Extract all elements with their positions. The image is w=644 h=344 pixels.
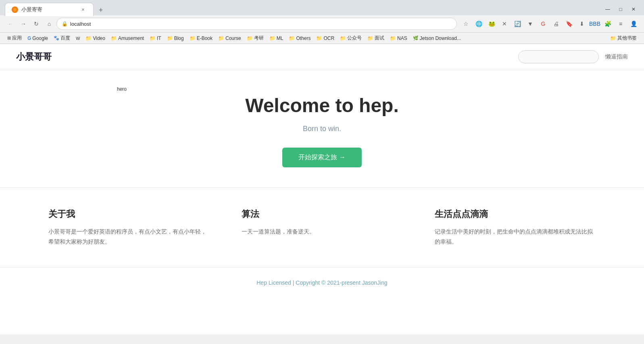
folder-icon-ml: 📁 [269,35,275,41]
browser-icon-10[interactable]: BBB [589,18,600,29]
feature-desc-about: 小景哥哥是一个爱好英语的程序员，有点小文艺，有点小年轻，希望和大家称为好朋友。 [48,227,209,247]
browser-icon-6[interactable]: G [538,18,549,29]
bookmark-wechat-label: 公众号 [347,35,362,42]
bookmark-video[interactable]: 📁 Video [83,35,107,42]
browser-icon-9[interactable]: ⬇ [576,18,588,29]
bookmark-blog-label: Blog [174,35,184,41]
title-bar-left: 小景寄寄 × + [5,3,106,16]
bookmark-kaoyan[interactable]: 📁 考研 [244,34,266,42]
bookmark-ml-label: ML [277,35,283,41]
browser-chrome: 小景寄寄 × + — □ ✕ ← → [0,0,644,44]
footer-text: Hep Licensed | Copyright © 2021-present … [256,279,387,286]
browser-icon-2[interactable]: 🐸 [486,18,497,29]
folder-icon-kaoyan: 📁 [247,35,253,41]
browser-icon-4[interactable]: 🔄 [512,18,523,29]
window-controls: — □ ✕ [602,5,639,13]
browser-icon-12[interactable]: ≡ [615,18,626,29]
feature-title-algorithm: 算法 [242,208,402,220]
reload-button[interactable]: ↻ [31,18,42,29]
bookmark-others[interactable]: 📁 Others [286,35,313,42]
bookmark-apps[interactable]: ⊞ 应用 [5,34,24,42]
bookmark-video-label: Video [93,35,105,41]
folder-icon-course: 📁 [218,35,224,41]
address-bar[interactable]: 🔒 localhost [56,18,457,30]
bookmark-it[interactable]: 📁 IT [147,35,164,42]
bookmark-other-bookmarks[interactable]: 📁 其他书签 [608,34,639,42]
profile-button[interactable]: 👤 [628,18,639,29]
bookmark-ebook[interactable]: 📁 E-Book [187,35,215,42]
browser-icon-7[interactable]: 🖨 [550,18,562,29]
google-icon: G [27,35,31,41]
apps-icon: ⊞ [7,35,11,41]
webpage: 小景哥哥 🔍 懒逼指南 hero Welcome to hep. Born to… [0,44,644,334]
bookmark-bar: ⊞ 应用 G Google 🐾 百度 W 📁 Video 📁 Amusement… [0,33,644,44]
bookmark-w[interactable]: W [73,35,82,42]
feature-title-life: 生活点点滴滴 [435,208,596,220]
bookmark-blog[interactable]: 📁 Blog [165,35,186,42]
hero-cta-button[interactable]: 开始探索之旅 → [282,148,361,167]
new-tab-button[interactable]: + [95,5,106,16]
folder-icon-ocr: 📁 [316,35,322,41]
jetson-icon: 🌿 [413,35,419,41]
folder-icon-other: 📁 [610,35,616,41]
bookmark-other-label: 其他书签 [617,35,637,42]
features-section: 关于我 小景哥哥是一个爱好英语的程序员，有点小文艺，有点小年轻，希望和大家称为好… [0,188,644,267]
nav-link-guide[interactable]: 懒逼指南 [605,53,628,60]
feature-desc-life: 记录生活中美好的时刻，把生命中的点点滴滴都堆积成无法比拟的幸福。 [435,227,596,247]
bookmark-course-label: Course [225,35,241,41]
hero-title: Welcome to hep. [245,94,399,117]
w-icon: W [76,36,80,41]
bookmark-kaoyan-label: 考研 [254,35,264,42]
back-button[interactable]: ← [5,18,16,29]
browser-icon-8[interactable]: 🔖 [563,18,575,29]
bookmark-others-label: Others [296,35,311,41]
bookmark-ocr-label: OCR [323,35,334,41]
browser-icon-3[interactable]: ✕ [499,18,510,29]
search-input[interactable] [518,50,599,63]
minimize-button[interactable]: — [602,5,613,13]
bookmark-course[interactable]: 📁 Course [216,35,244,42]
bookmark-google[interactable]: G Google [25,35,50,42]
bookmark-amusement[interactable]: 📁 Amusement [108,35,146,42]
search-wrap: 🔍 [518,50,599,63]
site-logo[interactable]: 小景哥哥 [16,51,52,63]
folder-icon-blog: 📁 [167,35,173,41]
bookmark-apps-label: 应用 [12,35,22,42]
navigation-bar: ← → ↻ ⌂ 🔒 localhost ☆ 🌐 🐸 ✕ 🔄 ▼ G 🖨 🔖 ⬇ … [0,15,644,33]
star-button[interactable]: ☆ [460,18,471,29]
bookmark-nas-label: NAS [397,35,407,41]
tab-title: 小景寄寄 [21,6,42,13]
folder-icon-ebook: 📁 [190,35,196,41]
browser-icon-5[interactable]: ▼ [525,18,536,29]
maximize-button[interactable]: □ [615,5,626,13]
folder-icon-amusement: 📁 [111,35,117,41]
folder-icon-others: 📁 [289,35,295,41]
bookmark-jetson[interactable]: 🌿 Jetson Download... [411,35,463,42]
site-footer: Hep Licensed | Copyright © 2021-present … [0,267,644,298]
home-button[interactable]: ⌂ [44,18,55,29]
baidu-icon: 🐾 [54,35,59,41]
feature-col-algorithm: 算法 一天一道算法题，准备逆天。 [225,208,419,247]
bookmark-nas[interactable]: 📁 NAS [388,35,410,42]
feature-desc-algorithm: 一天一道算法题，准备逆天。 [242,227,402,237]
folder-icon-wechat: 📁 [340,35,346,41]
tab-close-button[interactable]: × [79,6,87,13]
hero-subtitle: Born to win. [245,125,399,133]
forward-button[interactable]: → [18,18,29,29]
bookmark-it-label: IT [157,35,161,41]
browser-icon-1[interactable]: 🌐 [473,18,484,29]
hero-image-broken-indicator: hero [117,86,127,92]
bookmark-ocr[interactable]: 📁 OCR [314,35,337,42]
active-tab[interactable]: 小景寄寄 × [5,3,94,16]
folder-icon-video: 📁 [85,35,92,41]
bookmark-wechat[interactable]: 📁 公众号 [338,34,364,42]
bookmark-ml[interactable]: 📁 ML [267,35,286,42]
bookmark-interview[interactable]: 📁 面试 [365,34,387,42]
bookmark-baidu[interactable]: 🐾 百度 [51,34,73,42]
site-header: 小景哥哥 🔍 懒逼指南 [0,44,644,70]
close-button[interactable]: ✕ [628,5,639,13]
bookmark-ebook-label: E-Book [197,35,213,41]
browser-icon-11[interactable]: 🧩 [602,18,613,29]
bookmark-amusement-label: Amusement [118,35,144,41]
bookmark-baidu-label: 百度 [60,35,70,42]
